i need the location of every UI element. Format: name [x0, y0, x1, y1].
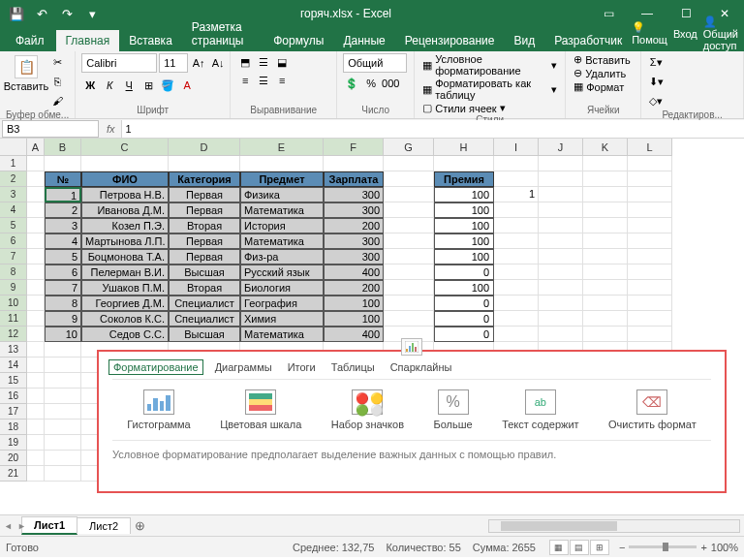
horizontal-scrollbar[interactable]	[488, 519, 740, 533]
cell[interactable]: География	[240, 296, 324, 311]
cell[interactable]	[45, 373, 81, 389]
cell[interactable]	[45, 466, 81, 482]
redo-icon[interactable]: ↷	[56, 3, 78, 24]
row-header[interactable]: 13	[0, 342, 27, 358]
cell[interactable]: 400	[324, 327, 384, 342]
cell[interactable]: 300	[324, 233, 384, 249]
cell[interactable]: Козел П.Э.	[81, 218, 169, 233]
col-header[interactable]: A	[27, 139, 45, 156]
cell[interactable]: 0	[434, 296, 494, 311]
tell-me[interactable]: 💡 Помощ	[632, 21, 667, 46]
cell[interactable]: 100	[324, 311, 384, 327]
cell[interactable]	[384, 296, 434, 311]
cell[interactable]	[583, 327, 628, 342]
cell[interactable]	[494, 218, 539, 233]
cell[interactable]: ФИО	[81, 171, 169, 187]
cell[interactable]: Русский язык	[240, 264, 324, 280]
cell[interactable]: Первая	[169, 233, 240, 249]
conditional-formatting-button[interactable]: ▦Условное форматирование▾	[420, 53, 559, 77]
align-left-icon[interactable]: ≡	[236, 72, 254, 89]
row-header[interactable]: 19	[0, 435, 27, 451]
cell[interactable]: 7	[45, 280, 81, 296]
align-middle-icon[interactable]: ☰	[255, 53, 272, 71]
tab-page-layout[interactable]: Разметка страницы	[182, 16, 264, 51]
cell[interactable]: Высшая	[169, 264, 240, 280]
row-header[interactable]: 11	[0, 311, 27, 327]
cell[interactable]	[45, 389, 81, 404]
cell[interactable]	[628, 218, 672, 233]
sign-in[interactable]: Вход	[673, 28, 698, 40]
comma-icon[interactable]: 000	[382, 75, 399, 92]
cell[interactable]	[539, 218, 583, 233]
col-header[interactable]: G	[384, 139, 434, 156]
align-center-icon[interactable]: ☰	[255, 72, 272, 89]
col-header[interactable]: E	[240, 139, 324, 156]
cell[interactable]: 5	[45, 249, 81, 264]
cell[interactable]	[494, 202, 539, 218]
cut-icon[interactable]: ✂	[48, 53, 66, 71]
cell[interactable]	[583, 249, 628, 264]
cell[interactable]: Боцмонова Т.А.	[81, 249, 169, 264]
format-painter-icon[interactable]: 🖌	[48, 92, 66, 109]
cell[interactable]	[45, 451, 81, 466]
col-header[interactable]: D	[169, 139, 240, 156]
cell[interactable]	[583, 233, 628, 249]
cell[interactable]: 300	[324, 187, 384, 202]
cell[interactable]: 400	[324, 264, 384, 280]
cell[interactable]: Петрова Н.В.	[81, 187, 169, 202]
cell[interactable]	[583, 187, 628, 202]
cell[interactable]: Премия	[434, 171, 494, 187]
cell[interactable]: Пелерман В.И.	[81, 264, 169, 280]
cell[interactable]	[384, 187, 434, 202]
tab-data[interactable]: Данные	[333, 30, 394, 51]
save-icon[interactable]: 💾	[6, 3, 27, 24]
cell[interactable]: 6	[45, 264, 81, 280]
cell[interactable]: Физ-ра	[240, 249, 324, 264]
delete-cells-button[interactable]: ⊖Удалить	[572, 67, 633, 79]
cell[interactable]	[628, 296, 672, 311]
cell[interactable]	[628, 264, 672, 280]
cell[interactable]	[583, 171, 628, 187]
cell[interactable]: 0	[434, 264, 494, 280]
cell[interactable]: Иванова Д.М.	[81, 202, 169, 218]
cell[interactable]	[539, 187, 583, 202]
cell[interactable]	[45, 420, 81, 435]
decrease-font-icon[interactable]: A↓	[209, 54, 227, 72]
view-page-layout-icon[interactable]: ▤	[570, 540, 589, 555]
number-format-select[interactable]: Общий	[343, 53, 407, 73]
view-normal-icon[interactable]: ▦	[549, 540, 569, 555]
col-header[interactable]: F	[324, 139, 384, 156]
cell[interactable]	[494, 311, 539, 327]
cell[interactable]	[628, 202, 672, 218]
tab-home[interactable]: Главная	[56, 30, 120, 51]
cell[interactable]	[494, 327, 539, 342]
tab-formulas[interactable]: Формулы	[264, 30, 333, 51]
row-header[interactable]: 2	[0, 171, 27, 187]
cell[interactable]	[628, 249, 672, 264]
select-all-corner[interactable]	[0, 139, 27, 156]
cell[interactable]	[628, 280, 672, 296]
italic-icon[interactable]: К	[101, 77, 118, 94]
cell[interactable]: Георгиев Д.М.	[81, 296, 169, 311]
clear-icon[interactable]: ◇▾	[647, 92, 665, 109]
qa-greater-than[interactable]: %Больше	[433, 389, 472, 430]
tab-review[interactable]: Рецензирование	[395, 30, 505, 51]
cell[interactable]	[384, 311, 434, 327]
row-header[interactable]: 9	[0, 280, 27, 296]
row-header[interactable]: 3	[0, 187, 27, 202]
cell[interactable]	[384, 249, 434, 264]
cell[interactable]	[539, 202, 583, 218]
cell[interactable]: Математика	[240, 202, 324, 218]
cell[interactable]	[384, 264, 434, 280]
cell[interactable]: 200	[324, 280, 384, 296]
cell[interactable]: Седов С.С.	[81, 327, 169, 342]
col-header[interactable]: L	[628, 139, 672, 156]
cell[interactable]: Специалист	[169, 311, 240, 327]
cell[interactable]	[324, 156, 384, 171]
cell[interactable]	[539, 156, 583, 171]
increase-font-icon[interactable]: A↑	[190, 54, 207, 72]
sheet-tab-1[interactable]: Лист1	[21, 516, 78, 535]
cell[interactable]	[434, 156, 494, 171]
cell[interactable]	[539, 233, 583, 249]
underline-icon[interactable]: Ч	[120, 77, 138, 94]
